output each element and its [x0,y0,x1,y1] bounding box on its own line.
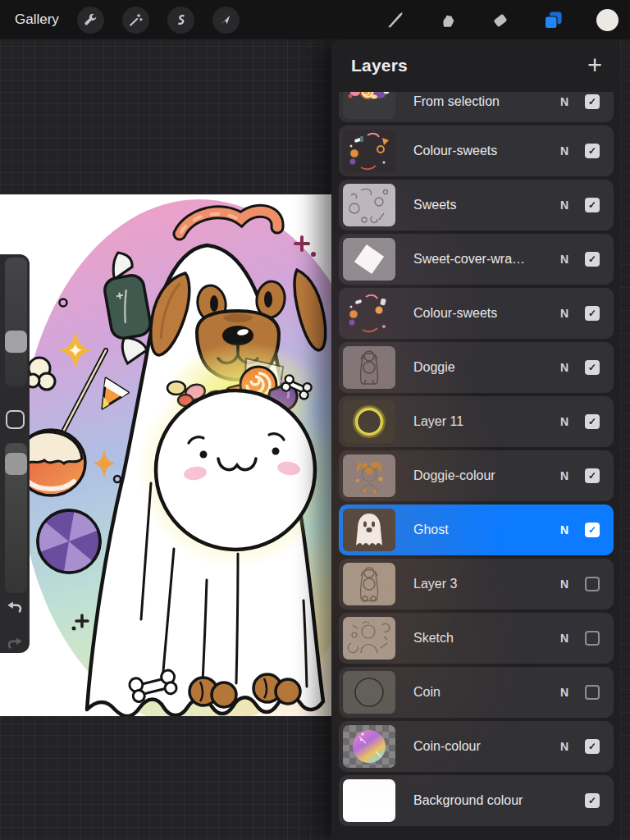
layer-thumbnail [343,92,395,119]
selection-button[interactable] [167,7,194,34]
layer-row-layer-3[interactable]: Layer 3 N ✓ [339,559,614,609]
gallery-button[interactable]: Gallery [15,11,59,28]
layer-row-sweets[interactable]: Sweets N ✓ [339,180,614,231]
layer-visibility-checkbox[interactable]: ✓ [585,577,600,591]
layer-row-layer-11[interactable]: Layer 11 N ✓ [339,396,614,447]
layer-visibility-checkbox[interactable]: ✓ [585,198,600,212]
blend-mode-button[interactable]: N [556,415,573,428]
paint-tools-group [385,9,619,31]
layers-list: From selection N ✓ [331,92,620,840]
layer-visibility-checkbox[interactable]: ✓ [585,144,600,158]
layer-visibility-checkbox[interactable]: ✓ [585,523,600,537]
layer-visibility-checkbox[interactable]: ✓ [585,685,600,700]
arrow-icon [218,12,233,27]
layer-name: Doggie-colour [413,468,556,483]
layer-row-coin[interactable]: Coin N ✓ [339,667,614,718]
layer-visibility-checkbox[interactable]: ✓ [585,793,600,808]
sidebar-sliders [0,254,30,653]
redo-icon [4,633,25,655]
layer-row-colour-sweets-1[interactable]: Colour-sweets N ✓ [339,126,614,176]
layer-name: Background colour [413,793,556,808]
layer-visibility-checkbox[interactable]: ✓ [585,739,600,754]
layer-row-colour-sweets-2[interactable]: Colour-sweets N ✓ [339,288,614,339]
layers-panel: Layers + From selection N ✓ [331,39,620,840]
blend-mode-button[interactable]: N [556,523,573,536]
brush-size-handle[interactable] [5,331,27,353]
layer-visibility-checkbox[interactable]: ✓ [585,94,600,109]
layer-visibility-checkbox[interactable]: ✓ [585,306,600,321]
brush-icon [385,9,406,30]
layer-row-coin-colour[interactable]: Coin-colour N ✓ [339,721,614,772]
panel-title: Layers [351,56,587,75]
layer-visibility-checkbox[interactable]: ✓ [585,468,600,483]
layer-name: Colour-sweets [413,306,556,321]
layer-thumbnail [343,725,395,768]
layer-thumbnail [343,509,395,551]
layer-thumbnail [343,346,395,389]
layer-row-from-selection[interactable]: From selection N ✓ [339,92,614,122]
magic-wand-icon [128,12,144,28]
selection-s-icon [173,12,189,28]
layers-button[interactable] [542,9,564,31]
blend-mode-button[interactable]: N [556,632,573,645]
layers-icon [542,9,564,31]
layer-row-sweet-cover-wrap[interactable]: Sweet-cover-wra… N ✓ [339,234,614,285]
layer-name: Colour-sweets [413,144,556,158]
layer-thumbnail [343,400,395,443]
layer-thumbnail [343,292,395,335]
layer-row-ghost-selected[interactable]: Ghost N ✓ [339,504,614,555]
layer-row-doggie[interactable]: Doggie N ✓ [339,342,614,393]
smudge-button[interactable] [438,10,459,30]
layer-name: Sweets [413,198,556,212]
blend-mode-button[interactable]: N [556,361,573,374]
opacity-handle[interactable] [5,453,27,475]
layer-thumbnail [343,454,395,497]
layer-name: Coin [413,685,556,700]
layer-thumbnail [343,779,395,822]
blend-mode-button[interactable]: N [556,199,573,212]
layer-name: Sketch [413,631,556,646]
layer-thumbnail [343,617,395,660]
blend-mode-button[interactable]: N [556,686,573,699]
adjustments-button[interactable] [122,7,149,34]
add-layer-button[interactable]: + [587,54,602,77]
layer-name: Sweet-cover-wra… [413,252,556,267]
procreate-app: Gallery [0,0,630,840]
layer-name: Ghost [413,523,556,537]
blend-mode-button[interactable]: N [556,253,573,266]
top-toolbar: Gallery [0,0,630,39]
wrench-icon [83,12,98,28]
layer-thumbnail [343,563,395,605]
layer-row-doggie-colour[interactable]: Doggie-colour N ✓ [339,450,614,501]
ghost-face-belly [156,390,315,550]
layer-row-sketch[interactable]: Sketch N ✓ [339,613,614,664]
transform-button[interactable] [212,7,240,34]
layer-thumbnail [343,238,395,281]
undo-icon [4,597,25,619]
modify-button[interactable] [6,410,25,429]
blend-mode-button[interactable]: N [556,469,573,482]
drawing-canvas[interactable] [0,194,331,716]
layer-visibility-checkbox[interactable]: ✓ [585,631,600,646]
layer-thumbnail [343,671,395,714]
actions-button[interactable] [77,7,104,34]
undo-button[interactable] [4,597,25,619]
brush-button[interactable] [385,9,406,30]
redo-button[interactable] [4,633,25,655]
blend-mode-button[interactable]: N [556,95,573,108]
layer-name: Coin-colour [413,739,556,754]
brush-size-slider[interactable] [5,258,27,386]
eraser-button[interactable] [491,10,510,30]
blend-mode-button[interactable]: N [556,578,573,591]
layer-row-background-colour[interactable]: Background colour ✓ [339,775,614,826]
blend-mode-button[interactable]: N [556,144,573,158]
layer-visibility-checkbox[interactable]: ✓ [585,414,600,429]
layer-thumbnail [343,130,395,172]
layer-visibility-checkbox[interactable]: ✓ [585,252,600,267]
active-color-swatch[interactable] [596,9,619,31]
blend-mode-button[interactable]: N [556,740,573,753]
blend-mode-button[interactable]: N [556,307,573,320]
layer-name: Layer 3 [413,577,556,591]
smudge-finger-icon [438,10,459,30]
layer-visibility-checkbox[interactable]: ✓ [585,360,600,375]
